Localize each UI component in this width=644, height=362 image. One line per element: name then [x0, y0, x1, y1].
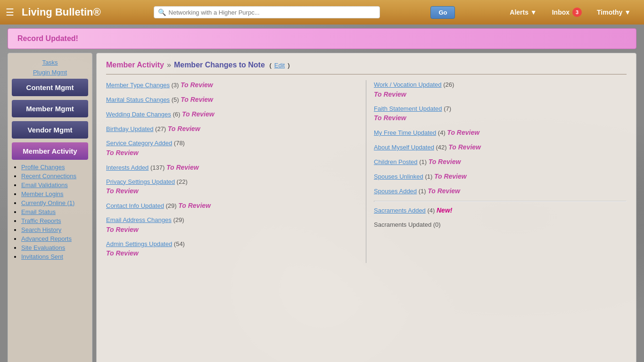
breadcrumb-part1[interactable]: Member Activity — [106, 61, 164, 69]
breadcrumb-separator: » — [167, 61, 171, 69]
to-review: To Review — [448, 143, 481, 151]
to-review: To Review — [166, 164, 199, 171]
content-mgmt-button[interactable]: Content Mgmt — [12, 79, 88, 96]
change-count: (4) — [438, 129, 446, 136]
left-column: Member Type Changes (3) To ReviewMarital… — [106, 80, 366, 263]
to-review: To Review — [181, 96, 213, 103]
change-item: Contact Info Updated (29) To Review — [106, 201, 358, 211]
change-count: (3) — [172, 82, 179, 89]
change-item: Privacy Settings Updated (22)To Review — [106, 177, 358, 197]
change-item: Children Posted (1) To Review — [374, 157, 627, 167]
change-link[interactable]: Interests Added — [106, 164, 149, 171]
sidebar-item-invitations-sent[interactable]: Invitations Sent — [21, 253, 63, 260]
sidebar-item-email-status[interactable]: Email Status — [21, 208, 56, 215]
change-link[interactable]: My Free Time Updated — [374, 129, 436, 136]
search-input[interactable] — [169, 9, 376, 16]
menu-icon[interactable]: ☰ — [6, 7, 14, 18]
app-title: Living Bulletin® — [22, 6, 101, 18]
change-link[interactable]: Faith Statement Updated — [374, 105, 442, 112]
change-link[interactable]: Contact Info Updated — [106, 202, 164, 209]
change-item: Interests Added (137) To Review — [106, 163, 358, 173]
sidebar-item-site-evaluations[interactable]: Site Evaluations — [21, 244, 65, 251]
change-link[interactable]: Privacy Settings Updated — [106, 178, 175, 185]
member-activity-button[interactable]: Member Activity — [12, 142, 88, 160]
breadcrumb-part2: Member Changes to Note — [174, 61, 265, 69]
change-link[interactable]: Wedding Date Changes — [106, 111, 171, 118]
to-review: To Review — [168, 125, 200, 132]
inbox-label: Inbox — [552, 8, 570, 16]
change-link[interactable]: Marital Status Changes — [106, 96, 170, 103]
change-link[interactable]: Service Category Added — [106, 140, 172, 147]
sidebar-item-advanced-reports[interactable]: Advanced Reports — [21, 235, 72, 242]
change-count: (7) — [444, 105, 451, 112]
to-review: To Review — [434, 173, 467, 180]
vendor-mgmt-button[interactable]: Vendor Mgmt — [12, 121, 88, 139]
sidebar-item-email-validations[interactable]: Email Validations — [21, 181, 68, 189]
sidebar-item-search-history[interactable]: Search History — [21, 226, 61, 233]
user-menu-button[interactable]: Timothy ▼ — [589, 5, 638, 20]
to-review: To Review — [178, 202, 211, 209]
change-item: My Free Time Updated (4) To Review — [374, 128, 627, 138]
change-link[interactable]: Sacraments Added — [374, 207, 426, 214]
member-mgmt-button[interactable]: Member Mgmt — [12, 100, 88, 117]
change-count: (54) — [174, 240, 185, 247]
change-link[interactable]: Work / Vocation Updated — [374, 81, 442, 88]
change-count: (6) — [173, 111, 180, 118]
change-item: Spouses Unlinked (1) To Review — [374, 172, 627, 181]
change-link[interactable]: Children Posted — [374, 158, 418, 165]
change-link[interactable]: Member Type Changes — [106, 82, 170, 89]
change-item: Sacraments Added (4) New! — [374, 206, 627, 215]
sidebar-item-profile-changes[interactable]: Profile Changes — [21, 164, 65, 171]
change-count: (4) — [427, 207, 435, 214]
breadcrumb: Member Activity » Member Changes to Note… — [106, 61, 627, 74]
content-panel: Member Activity » Member Changes to Note… — [96, 53, 636, 362]
sidebar-plugin-link[interactable]: Plugin Mgmt — [12, 69, 88, 76]
change-count: (26) — [443, 81, 454, 88]
change-count: (27) — [155, 125, 166, 132]
search-bar: 🔍 — [154, 6, 380, 18]
to-review: To Review — [447, 129, 479, 136]
change-item: Spouses Added (1) To Review — [374, 186, 627, 196]
new-badge: New! — [437, 206, 452, 214]
alerts-button[interactable]: Alerts ▼ — [502, 5, 544, 20]
notification-text: Record Updated! — [17, 34, 78, 42]
sidebar-item-currently-online[interactable]: Currently Online (1) — [21, 199, 74, 206]
change-count: (137) — [150, 164, 165, 171]
to-review: To Review — [374, 90, 406, 98]
change-link[interactable]: Email Address Changes — [106, 216, 172, 223]
to-review: To Review — [106, 249, 139, 257]
main-layout: Tasks Plugin Mgmt Content Mgmt Member Mg… — [8, 53, 636, 362]
change-link[interactable]: Admin Settings Updated — [106, 240, 172, 247]
to-review: To Review — [428, 187, 460, 195]
change-count: (5) — [172, 96, 179, 103]
change-count: (78) — [174, 140, 185, 147]
sidebar-nav-list: Profile ChangesRecent ConnectionsEmail V… — [12, 164, 88, 260]
change-link[interactable]: About Myself Updated — [374, 144, 434, 151]
change-link[interactable]: Spouses Unlinked — [374, 173, 423, 180]
change-item: Birthday Updated (27) To Review — [106, 124, 358, 134]
change-link[interactable]: Birthday Updated — [106, 125, 153, 132]
sidebar-tasks-link[interactable]: Tasks — [12, 59, 88, 66]
inbox-badge: 3 — [572, 8, 582, 17]
change-count: (1) — [419, 158, 427, 165]
inbox-button[interactable]: Inbox 3 — [545, 4, 589, 21]
sidebar: Tasks Plugin Mgmt Content Mgmt Member Mg… — [8, 53, 92, 362]
sidebar-item-traffic-reports[interactable]: Traffic Reports — [21, 217, 61, 224]
change-item: Wedding Date Changes (6) To Review — [106, 109, 358, 119]
change-item: Faith Statement Updated (7)To Review — [374, 104, 627, 123]
change-item: Admin Settings Updated (54)To Review — [106, 239, 358, 259]
to-review: To Review — [106, 149, 139, 156]
static-change-text: Sacraments Updated (0) — [374, 221, 441, 228]
go-button[interactable]: Go — [430, 6, 455, 19]
change-count: (29) — [165, 202, 176, 209]
change-item: Work / Vocation Updated (26)To Review — [374, 80, 627, 99]
right-column: Work / Vocation Updated (26)To ReviewFai… — [366, 80, 627, 263]
breadcrumb-edit-link[interactable]: Edit — [274, 62, 285, 69]
sidebar-item-member-logins[interactable]: Member Logins — [21, 190, 64, 197]
to-review: To Review — [106, 226, 139, 233]
change-link[interactable]: Spouses Added — [374, 188, 417, 195]
sidebar-item-recent-connections[interactable]: Recent Connections — [21, 173, 76, 180]
to-review: To Review — [374, 114, 406, 122]
change-count: (29) — [173, 216, 184, 223]
change-item: About Myself Updated (42) To Review — [374, 142, 627, 152]
